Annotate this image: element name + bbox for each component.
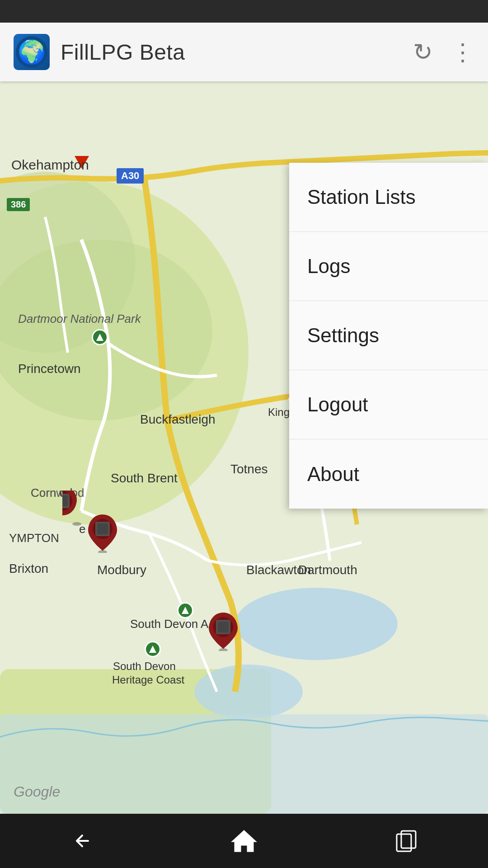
back-button[interactable]: [59, 823, 104, 859]
label-princetown: Princetown: [18, 362, 81, 376]
svg-marker-9: [182, 607, 189, 614]
app-title: FillLPG Beta: [61, 40, 413, 65]
station-pin-3[interactable]: [209, 613, 238, 651]
home-button[interactable]: [221, 823, 267, 859]
label-okehampton: Okehampton: [11, 157, 89, 173]
refresh-icon[interactable]: ↻: [413, 38, 433, 66]
svg-rect-13: [62, 495, 68, 506]
dropdown-menu: Station Lists Logs Settings Logout About: [289, 163, 488, 509]
road-badge-386: 386: [7, 198, 30, 211]
map-container[interactable]: A30 386 Okehampton Dartmoor National Par…: [0, 81, 488, 814]
tree-marker-2: [177, 602, 193, 618]
label-buckfastleigh: Buckfastleigh: [140, 412, 216, 427]
label-dartmouth: Dartmouth: [298, 563, 357, 577]
svg-rect-17: [97, 524, 108, 534]
toolbar: 🌍 FillLPG Beta ↻ ⋮: [0, 23, 488, 81]
svg-rect-21: [218, 622, 229, 632]
svg-point-4: [235, 588, 398, 660]
station-pin-2[interactable]: [88, 514, 117, 553]
tree-marker-3: [145, 641, 161, 657]
label-south-devon-a: South Devon A: [130, 617, 208, 631]
svg-marker-10: [149, 646, 156, 653]
label-totnes: Totnes: [230, 462, 268, 476]
google-logo: Google: [14, 783, 60, 800]
menu-item-station-lists[interactable]: Station Lists: [289, 163, 488, 232]
label-ympton: YMPTON: [9, 531, 59, 545]
more-options-icon[interactable]: ⋮: [451, 38, 474, 66]
menu-item-settings[interactable]: Settings: [289, 301, 488, 370]
svg-marker-8: [96, 334, 103, 341]
label-modbury: Modbury: [97, 563, 146, 577]
app-logo: 🌍: [14, 34, 50, 70]
menu-item-logs[interactable]: Logs: [289, 232, 488, 301]
label-dartmoor: Dartmoor National Park: [18, 312, 141, 326]
menu-item-logout[interactable]: Logout: [289, 370, 488, 439]
label-south-devon-hc2: Heritage Coast: [112, 674, 184, 686]
navigation-bar: [0, 814, 488, 868]
recent-apps-button[interactable]: [384, 823, 429, 859]
svg-point-22: [219, 648, 228, 651]
status-bar: [0, 0, 488, 23]
menu-item-about[interactable]: About: [289, 439, 488, 509]
station-pin-1[interactable]: [62, 491, 92, 527]
tree-marker-1: [92, 329, 108, 345]
road-badge-a30: A30: [117, 168, 144, 184]
svg-point-18: [98, 550, 107, 553]
svg-point-5: [194, 665, 303, 719]
toolbar-actions: ↻ ⋮: [413, 38, 474, 66]
label-brixton: Brixton: [9, 561, 48, 576]
logo-icon: 🌍: [18, 39, 46, 65]
label-south-brent: South Brent: [111, 471, 178, 486]
label-south-devon-hc1: South Devon: [113, 660, 176, 673]
svg-point-14: [72, 522, 81, 526]
